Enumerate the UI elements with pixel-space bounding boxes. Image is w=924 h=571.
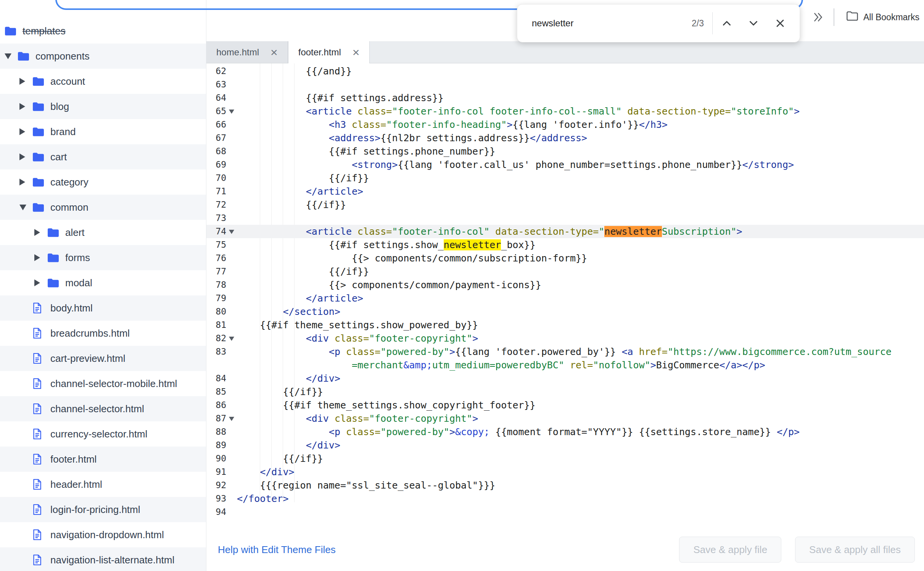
tree-item-account[interactable]: account xyxy=(0,69,206,94)
code-line-84[interactable]: 84 </div> xyxy=(206,372,924,385)
save-apply-all-files-button[interactable]: Save & apply all files xyxy=(795,537,915,563)
code-line-64[interactable]: 64 {{#if settings.address}} xyxy=(206,91,924,105)
all-bookmarks-button[interactable]: All Bookmarks xyxy=(844,10,922,24)
line-number: 71 xyxy=(206,185,226,198)
tree-item-label: common xyxy=(50,202,89,213)
tree-item-category[interactable]: category xyxy=(0,169,206,195)
code-text: <div class="footer-copyright"> xyxy=(237,412,478,425)
code-line-67[interactable]: 67 <address>{{nl2br settings.address}}</… xyxy=(206,131,924,145)
tree-item-templates[interactable]: templates xyxy=(0,18,206,44)
code-text: </div> xyxy=(237,465,295,479)
tree-item-forms[interactable]: forms xyxy=(0,245,206,270)
code-line-83[interactable]: 83 <p class="powered-by">{{lang 'footer.… xyxy=(206,345,924,372)
code-line-91[interactable]: 91 </div> xyxy=(206,465,924,479)
code-line-63[interactable]: 63 xyxy=(206,78,924,91)
editor-footer-bar: Help with Edit Theme Files Save & apply … xyxy=(206,528,924,571)
code-line-85[interactable]: 85 {{/if}} xyxy=(206,385,924,398)
find-active-match: newsletter xyxy=(604,226,662,237)
tree-item-channel-selector-mobile-html[interactable]: channel-selector-mobile.html xyxy=(0,371,206,396)
find-previous-button[interactable] xyxy=(714,11,739,36)
bookmarks-divider xyxy=(834,8,834,26)
tree-item-body-html[interactable]: body.html xyxy=(0,295,206,321)
code-line-89[interactable]: 89 </div> xyxy=(206,439,924,452)
bookmarks-overflow-chevron-icon[interactable] xyxy=(811,10,824,24)
tree-item-common[interactable]: common xyxy=(0,195,206,220)
code-text: {{/if}} xyxy=(237,198,346,211)
tree-item-channel-selector-html[interactable]: channel-selector.html xyxy=(0,396,206,421)
collapse-arrow-icon[interactable] xyxy=(19,205,26,210)
code-text: <h3 class="footer-info-heading">{{lang '… xyxy=(237,118,668,131)
tree-item-breadcrumbs-html[interactable]: breadcrumbs.html xyxy=(0,321,206,346)
code-line-66[interactable]: 66 <h3 class="footer-info-heading">{{lan… xyxy=(206,118,924,131)
tree-item-brand[interactable]: brand xyxy=(0,119,206,144)
tree-item-modal[interactable]: modal xyxy=(0,270,206,295)
code-editor[interactable]: 62 {{/and}}6364 {{#if settings.address}}… xyxy=(206,63,924,519)
tab-close-icon[interactable]: × xyxy=(270,46,278,58)
tree-item-login-for-pricing-html[interactable]: login-for-pricing.html xyxy=(0,497,206,522)
tree-item-label: cart xyxy=(50,151,67,163)
code-line-77[interactable]: 77 {{/if}} xyxy=(206,265,924,278)
expand-arrow-icon[interactable] xyxy=(19,128,25,135)
tab-footer-html[interactable]: footer.html× xyxy=(288,41,370,63)
code-line-72[interactable]: 72 {{/if}} xyxy=(206,198,924,211)
expand-arrow-icon[interactable] xyxy=(34,254,40,261)
tree-item-components[interactable]: components xyxy=(0,44,206,69)
code-line-68[interactable]: 68 {{#if settings.phone_number}} xyxy=(206,145,924,158)
tree-item-label: header.html xyxy=(50,479,102,490)
tree-item-footer-html[interactable]: footer.html xyxy=(0,447,206,472)
expand-arrow-icon[interactable] xyxy=(34,279,40,286)
find-input[interactable] xyxy=(531,18,689,29)
code-line-78[interactable]: 78 {{> components/common/payment-icons}} xyxy=(206,278,924,292)
tree-item-label: currency-selector.html xyxy=(50,428,147,440)
save-apply-file-button[interactable]: Save & apply file xyxy=(679,537,781,563)
code-line-75[interactable]: 75 {{#if settings.show_newsletter_box}} xyxy=(206,238,924,252)
find-close-button[interactable] xyxy=(768,11,793,36)
collapse-arrow-icon[interactable] xyxy=(5,53,11,59)
tree-item-blog[interactable]: blog xyxy=(0,94,206,119)
code-line-79[interactable]: 79 </article> xyxy=(206,292,924,305)
code-line-74[interactable]: 74 <article class="footer-info-col" data… xyxy=(206,225,924,238)
tree-item-navigation-list-alternate-html[interactable]: navigation-list-alternate.html xyxy=(0,547,206,571)
fold-arrow-icon[interactable] xyxy=(229,230,234,234)
code-line-94[interactable]: 94 xyxy=(206,505,924,519)
tree-item-cart[interactable]: cart xyxy=(0,144,206,169)
code-line-73[interactable]: 73 xyxy=(206,211,924,225)
code-line-71[interactable]: 71 </article> xyxy=(206,185,924,198)
line-number: 64 xyxy=(206,91,226,105)
tree-item-header-html[interactable]: header.html xyxy=(0,472,206,497)
code-line-93[interactable]: 93</footer> xyxy=(206,492,924,505)
line-number: 93 xyxy=(206,492,226,505)
code-line-70[interactable]: 70 {{/if}} xyxy=(206,171,924,185)
help-link[interactable]: Help with Edit Theme Files xyxy=(218,544,336,556)
code-line-90[interactable]: 90 {{/if}} xyxy=(206,452,924,465)
tab-bar: home.html×footer.html× xyxy=(206,41,924,63)
code-line-86[interactable]: 86 {{#if theme_settings.show_copyright_f… xyxy=(206,398,924,412)
find-next-button[interactable] xyxy=(741,11,766,36)
fold-arrow-icon[interactable] xyxy=(229,417,234,421)
code-line-92[interactable]: 92 {{{region name="ssl_site_seal--global… xyxy=(206,479,924,492)
expand-arrow-icon[interactable] xyxy=(19,153,25,160)
tree-item-alert[interactable]: alert xyxy=(0,220,206,245)
code-line-62[interactable]: 62 {{/and}} xyxy=(206,65,924,78)
bookmarks-folder-icon xyxy=(846,10,859,24)
tree-item-currency-selector-html[interactable]: currency-selector.html xyxy=(0,421,206,447)
code-line-65[interactable]: 65 <article class="footer-info-col foote… xyxy=(206,105,924,118)
tree-item-cart-preview-html[interactable]: cart-preview.html xyxy=(0,346,206,371)
fold-arrow-icon[interactable] xyxy=(229,110,234,114)
tree-item-navigation-dropdown-html[interactable]: navigation-dropdown.html xyxy=(0,522,206,547)
code-line-88[interactable]: 88 <p class="powered-by">&copy; {{moment… xyxy=(206,425,924,439)
tab-home-html[interactable]: home.html× xyxy=(206,41,288,63)
fold-arrow-icon[interactable] xyxy=(229,337,234,341)
expand-arrow-icon[interactable] xyxy=(34,229,40,236)
code-line-87[interactable]: 87 <div class="footer-copyright"> xyxy=(206,412,924,425)
expand-arrow-icon[interactable] xyxy=(19,179,25,185)
tree-item-label: templates xyxy=(23,25,66,37)
code-line-80[interactable]: 80 </section> xyxy=(206,305,924,318)
code-line-76[interactable]: 76 {{> components/common/subscription-fo… xyxy=(206,252,924,265)
code-line-69[interactable]: 69 <strong>{{lang 'footer.call_us' phone… xyxy=(206,158,924,171)
code-line-81[interactable]: 81 {{#if theme_settings.show_powered_by}… xyxy=(206,318,924,332)
expand-arrow-icon[interactable] xyxy=(19,78,25,85)
code-line-82[interactable]: 82 <div class="footer-copyright"> xyxy=(206,332,924,345)
expand-arrow-icon[interactable] xyxy=(19,103,25,110)
tab-close-icon[interactable]: × xyxy=(353,46,360,58)
